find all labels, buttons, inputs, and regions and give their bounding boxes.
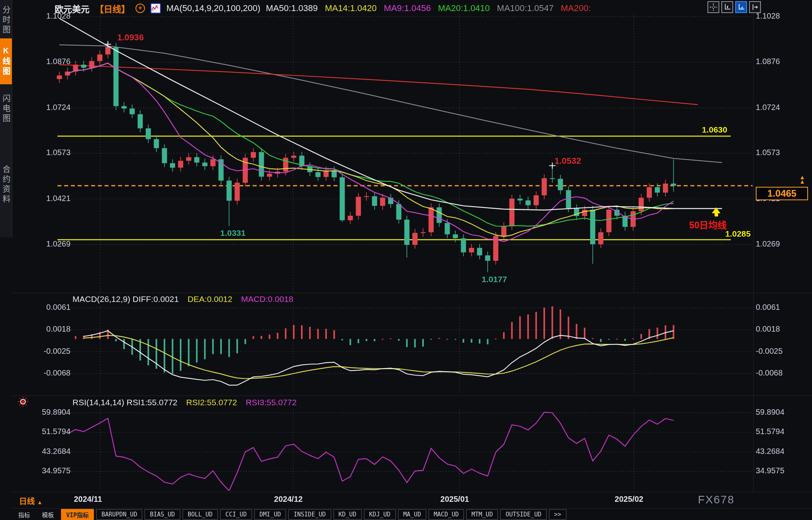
ma-value-3: MA20:1.0410 bbox=[438, 3, 490, 13]
chart-canvas[interactable] bbox=[0, 0, 812, 520]
macd-axis-label-left: -0.0068 bbox=[35, 368, 71, 378]
toolbar-tab--[interactable]: 模板 bbox=[37, 509, 59, 520]
time-axis-label-2024-11: 2024/11 bbox=[60, 495, 116, 504]
rsi-axis-label-left: 43.2684 bbox=[35, 447, 71, 456]
macd-axis-label-left: 0.0018 bbox=[35, 325, 71, 334]
price-axis-label-right: 1.0573 bbox=[756, 148, 780, 157]
toolbar-tab-ma-ud[interactable]: MA_UD bbox=[398, 509, 426, 520]
annotation-high-10532: 1.0532 bbox=[555, 156, 581, 166]
ma-value-2: MA9:1.0456 bbox=[384, 3, 431, 13]
macd-value: MACD:0.0018 bbox=[241, 294, 294, 304]
price-axis-label-left: 1.1028 bbox=[35, 11, 71, 21]
toolbar-tab-outside-ud[interactable]: OUTSIDE_UD bbox=[500, 509, 546, 520]
rsi-axis-label-left: 59.8904 bbox=[35, 408, 71, 417]
axis-scale-icon[interactable] bbox=[721, 1, 733, 13]
toolbar-tab-inside-ud[interactable]: INSIDE_UD bbox=[288, 509, 331, 520]
watermark: FX678 bbox=[698, 493, 735, 506]
rsi-axis-label-right: 43.2684 bbox=[756, 447, 784, 456]
toolbar-tab-mtm-ud[interactable]: MTM_UD bbox=[466, 509, 498, 520]
toolbar-tab--[interactable]: 指标 bbox=[13, 509, 35, 520]
ma-values: MA50:1.0389MA14:1.0420MA9:1.0456MA20:1.0… bbox=[266, 3, 591, 13]
divider bbox=[12, 508, 812, 509]
toolbar-tab-bias-ud[interactable]: BIAS_UD bbox=[145, 509, 180, 520]
toolbar-tab-kdj-ud[interactable]: KDJ_UD bbox=[364, 509, 396, 520]
ma50-arrow-icon bbox=[712, 207, 721, 213]
left-sidebar: 分时图K线图闪电图合约资料 bbox=[0, 0, 12, 237]
macd-axis-label-right: 0.0061 bbox=[756, 303, 780, 312]
ma-settings-label: MA(50,14,9,20,100,200) bbox=[166, 3, 260, 13]
macd-title: MACD(26,12,9) DIFF:0.0021 bbox=[72, 294, 179, 304]
annotation-level-10630: 1.0630 bbox=[702, 125, 727, 135]
price-axis-label-left: 1.0269 bbox=[35, 239, 71, 249]
macd-axis-label-left: 0.0061 bbox=[35, 303, 71, 312]
chart-header: 欧元美元 【日线】 + MA(50,14,9,20,100,200) MA50:… bbox=[55, 2, 591, 15]
price-axis-label-left: 1.0876 bbox=[35, 57, 71, 66]
indicator-toolbar: 指标模板VIP指标BARUPDN_UDBIAS_UDBOLL_UDCCI_UDD… bbox=[13, 509, 566, 520]
annotation-high-10936: 1.0936 bbox=[117, 32, 144, 43]
ma50-note-label: 50日均线 bbox=[689, 218, 727, 231]
price-axis-label-left: 1.0421 bbox=[35, 194, 71, 203]
macd-axis-label-right: -0.0068 bbox=[756, 368, 783, 378]
current-price-box: 1.0465 bbox=[756, 187, 808, 200]
sidebar-item-3[interactable]: 合约资料 bbox=[0, 133, 12, 237]
toolbar-tab--[interactable]: >> bbox=[549, 509, 566, 520]
price-axis-label-right: 1.0724 bbox=[756, 103, 780, 112]
ma-value-4: MA100:1.0547 bbox=[497, 3, 554, 13]
chart-workspace: 分时图K线图闪电图合约资料 欧元美元 【日线】 + MA(50,14,9,20,… bbox=[0, 0, 812, 520]
sidebar-item-0[interactable]: 分时图 bbox=[0, 2, 12, 38]
rsi2-value: RSI2:55.0772 bbox=[186, 398, 237, 407]
chart-tool-icons bbox=[707, 1, 761, 13]
toolbar-tab-boll-ud[interactable]: BOLL_UD bbox=[183, 509, 218, 520]
toolbar-tab-macd-ud[interactable]: MACD_UD bbox=[429, 509, 464, 520]
rsi-header: RSI(14,14,14) RSI1:55.0772 RSI2:55.0772 … bbox=[72, 398, 297, 407]
time-axis-label-2025-02: 2025/02 bbox=[601, 495, 657, 504]
macd-axis-label-right: 0.0018 bbox=[756, 325, 780, 334]
macd-dea-value: DEA:0.0012 bbox=[187, 294, 232, 304]
toolbar-tab-barupdn-ud[interactable]: BARUPDN_UD bbox=[96, 509, 142, 520]
sidebar-item-1[interactable]: K线图 bbox=[0, 38, 12, 84]
toolbar-tab-cci-ud[interactable]: CCI_UD bbox=[220, 509, 252, 520]
price-axis-label-right: 1.1028 bbox=[756, 11, 780, 21]
macd-axis-label-left: -0.0025 bbox=[35, 347, 71, 356]
circle-plus-icon[interactable]: + bbox=[135, 4, 145, 13]
ma-value-5: MA200: bbox=[561, 3, 591, 13]
period-selector[interactable]: 日线 ▲ bbox=[19, 495, 42, 507]
rsi-axis-label-left: 51.5794 bbox=[35, 427, 71, 436]
rsi-axis-label-left: 34.9575 bbox=[35, 466, 71, 475]
macd-header: MACD(26,12,9) DIFF:0.0021 DEA:0.0012 MAC… bbox=[72, 294, 294, 304]
macd-axis-label-right: -0.0025 bbox=[756, 347, 783, 356]
annotation-low-10177: 1.0177 bbox=[482, 275, 507, 284]
period-label: 日线 bbox=[19, 497, 35, 506]
toolbar-tab-kd-ud[interactable]: KD_UD bbox=[334, 509, 362, 520]
price-axis-label-left: 1.0724 bbox=[35, 103, 71, 112]
price-axis-label-right: 1.0269 bbox=[756, 239, 780, 249]
ma-value-0: MA50:1.0389 bbox=[266, 3, 318, 13]
rsi3-value: RSI3:55.0772 bbox=[246, 398, 296, 407]
rsi-axis-label-right: 59.8904 bbox=[756, 408, 784, 417]
price-axis-label-right: 1.0876 bbox=[756, 57, 780, 66]
ma50-arrow-stem bbox=[715, 213, 718, 216]
period-dropdown-arrow-icon: ▲ bbox=[37, 499, 43, 505]
axis-scale-active-icon[interactable] bbox=[735, 1, 747, 13]
divider bbox=[12, 492, 812, 492]
pan-crosshair-icon[interactable] bbox=[707, 1, 719, 13]
period-tag[interactable]: 【日线】 bbox=[95, 2, 130, 15]
time-axis-label-2025-01: 2025/01 bbox=[427, 495, 482, 504]
annotation-level-10285: 1.0285 bbox=[725, 229, 751, 239]
toolbar-tab-dmi-ud[interactable]: DMI_UD bbox=[254, 509, 286, 520]
sidebar-item-2[interactable]: 闪电图 bbox=[0, 85, 12, 132]
toolbar-tab-vip-[interactable]: VIP指标 bbox=[61, 509, 94, 520]
price-up-arrows-icon: ▲▲ bbox=[799, 175, 805, 184]
rsi1-title: RSI(14,14,14) RSI1:55.0772 bbox=[72, 398, 177, 407]
ma-value-1: MA14:1.0420 bbox=[325, 3, 377, 13]
live-indicator-icon[interactable] bbox=[17, 396, 29, 407]
rsi-axis-label-right: 51.5794 bbox=[756, 427, 784, 436]
mini-chart-icon[interactable] bbox=[151, 3, 161, 13]
rsi-axis-label-right: 34.9575 bbox=[756, 466, 784, 475]
time-axis-label-2024-12: 2024/12 bbox=[261, 495, 316, 504]
annotation-low-10331: 1.0331 bbox=[220, 228, 246, 238]
price-axis-label-left: 1.0573 bbox=[35, 148, 71, 157]
